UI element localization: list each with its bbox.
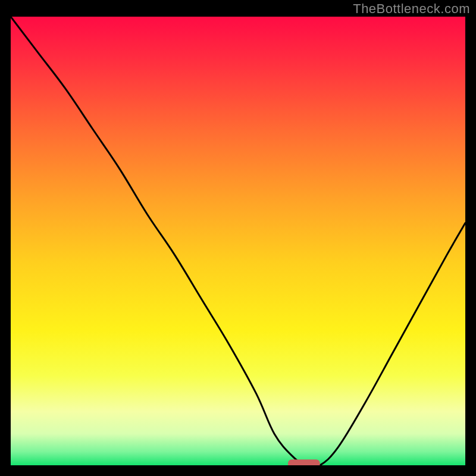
watermark-text: TheBottleneck.com — [353, 1, 470, 17]
plot-svg — [11, 17, 465, 465]
optimal-marker — [288, 459, 320, 465]
gradient-background — [11, 17, 465, 465]
bottleneck-plot — [11, 17, 465, 465]
chart-frame: TheBottleneck.com — [0, 0, 476, 476]
